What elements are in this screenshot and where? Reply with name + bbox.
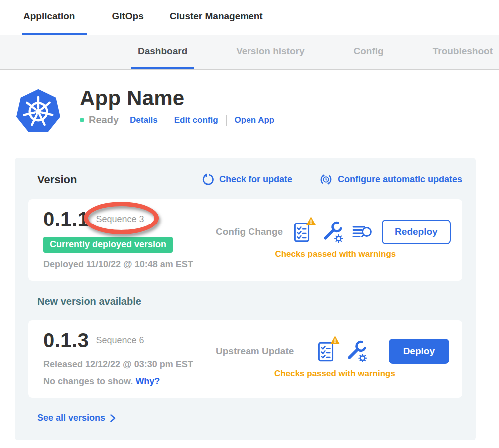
check-for-update-label: Check for update xyxy=(219,174,292,185)
top-tab-cluster-management[interactable]: Cluster Management xyxy=(169,0,264,35)
app-header: App Name Ready Details Edit config Open … xyxy=(15,86,499,136)
no-changes-row: No changes to show. Why? xyxy=(43,376,216,387)
version-check-icons xyxy=(316,340,367,363)
checks-status-current: Checks passed with warnings xyxy=(216,249,451,259)
status-dot-icon xyxy=(80,118,84,122)
new-sequence-label: Sequence 6 xyxy=(96,335,144,346)
current-version-info: 0.1.1 Sequence 3 Currently deployed vers… xyxy=(43,209,216,270)
refresh-icon xyxy=(202,173,214,186)
chevron-right-icon xyxy=(110,414,116,423)
current-version-number: 0.1.1 xyxy=(43,209,89,229)
sub-tab-config[interactable]: Config xyxy=(347,35,391,69)
top-tab-gitops[interactable]: GitOps xyxy=(111,0,144,35)
checks-status-new: Checks passed with warnings xyxy=(216,369,449,379)
version-panel-actions: Check for update Configure automatic upd… xyxy=(202,173,462,186)
current-version-card: 0.1.1 Sequence 3 Currently deployed vers… xyxy=(28,199,462,281)
new-version-actions: Upstream Update xyxy=(216,339,449,379)
top-nav: Application GitOps Cluster Management xyxy=(0,0,499,35)
version-panel: Version Check for update xyxy=(15,158,476,440)
new-version-number: 0.1.3 xyxy=(43,330,89,350)
warning-triangle-icon xyxy=(306,216,316,225)
redeploy-button[interactable]: Redeploy xyxy=(382,220,451,244)
currently-deployed-badge: Currently deployed version xyxy=(43,237,173,253)
check-for-update-link[interactable]: Check for update xyxy=(202,173,292,186)
app-status-row: Ready Details Edit config Open App xyxy=(80,114,274,126)
see-all-versions-link[interactable]: See all versions xyxy=(37,413,116,423)
kubernetes-logo-icon xyxy=(15,86,62,136)
sub-nav: Dashboard Version history Config Trouble… xyxy=(0,35,499,70)
new-version-available-heading: New version available xyxy=(37,296,462,307)
open-app-link[interactable]: Open App xyxy=(235,115,275,125)
new-version-info: 0.1.3 Sequence 6 Released 12/12/22 @ 03:… xyxy=(43,330,216,387)
edit-config-link[interactable]: Edit config xyxy=(174,115,218,125)
why-link[interactable]: Why? xyxy=(135,376,160,386)
app-header-text: App Name Ready Details Edit config Open … xyxy=(80,86,274,136)
deployed-timestamp: Deployed 11/10/22 @ 10:48 am EST xyxy=(43,259,216,270)
configure-automatic-updates-label: Configure automatic updates xyxy=(338,174,462,185)
current-sequence-label: Sequence 3 xyxy=(96,214,144,224)
version-check-icons xyxy=(292,221,373,243)
sub-tab-version-history[interactable]: Version history xyxy=(229,35,311,69)
sub-tab-troubleshoot[interactable]: Troubleshoot xyxy=(426,35,499,69)
status-badge: Ready xyxy=(89,114,119,126)
released-timestamp: Released 12/12/22 @ 03:30 pm EST xyxy=(43,359,216,370)
sub-tab-dashboard[interactable]: Dashboard xyxy=(131,35,194,69)
deploy-button[interactable]: Deploy xyxy=(389,339,449,364)
page-title: App Name xyxy=(80,87,274,110)
warning-triangle-icon xyxy=(330,335,340,345)
change-type-label: Config Change xyxy=(216,226,283,237)
view-files-magnifier-icon[interactable] xyxy=(352,224,373,240)
configure-automatic-updates-link[interactable]: Configure automatic updates xyxy=(319,173,462,186)
divider xyxy=(166,115,166,126)
auto-update-clock-icon xyxy=(319,173,333,186)
details-link[interactable]: Details xyxy=(130,115,158,125)
change-type-label: Upstream Update xyxy=(216,346,294,357)
current-version-actions: Config Change xyxy=(216,220,451,259)
top-tab-application[interactable]: Application xyxy=(22,0,87,35)
wrench-gear-icon[interactable] xyxy=(321,221,343,243)
version-heading: Version xyxy=(37,173,77,186)
divider xyxy=(226,115,227,126)
see-all-versions-label: See all versions xyxy=(37,413,105,423)
version-panel-header: Version Check for update xyxy=(28,173,462,186)
no-changes-text: No changes to show. xyxy=(43,376,133,386)
wrench-gear-icon[interactable] xyxy=(345,340,367,362)
new-version-card: 0.1.3 Sequence 6 Released 12/12/22 @ 03:… xyxy=(28,320,462,398)
